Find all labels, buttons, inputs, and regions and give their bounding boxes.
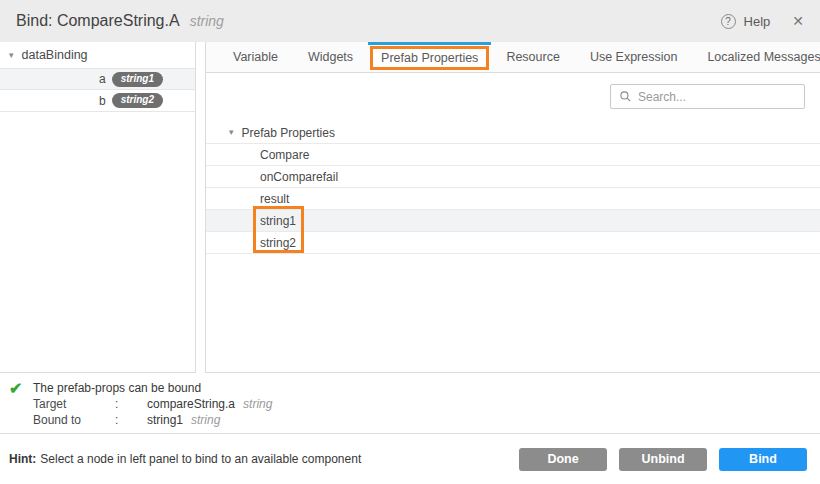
caret-down-icon[interactable]: ▾ (9, 51, 14, 60)
dialog-footer: Hint:Select a node in left panel to bind… (0, 433, 820, 484)
status-value: compareString.a (147, 397, 235, 413)
tab-widgets[interactable]: Widgets (293, 42, 368, 72)
tab-label: Localized Messages (707, 50, 820, 64)
tree-node-compare[interactable]: Compare (206, 144, 820, 166)
search-box[interactable] (610, 84, 805, 109)
search-icon (619, 90, 632, 103)
status-row-target: Target : compareString.a string (33, 397, 820, 413)
tree-node-string2[interactable]: string2 (206, 232, 820, 254)
tree-node-label: string1 (260, 214, 296, 228)
tree-node-label: onComparefail (260, 170, 338, 184)
status-value-type: string (243, 397, 272, 413)
hint-body: Select a node in left panel to bind to a… (40, 452, 361, 466)
status-colon: : (115, 413, 147, 429)
status-label: Bound to (33, 413, 115, 429)
done-button[interactable]: Done (519, 448, 607, 471)
tab-label: Widgets (308, 50, 353, 64)
status-label: Target (33, 397, 115, 413)
status-colon: : (115, 397, 147, 413)
tree-node-b[interactable]: b string2 (0, 90, 195, 112)
status-row-bound-to: Bound to : string1 string (33, 413, 820, 429)
tree-root-label: Prefab Properties (242, 126, 335, 140)
bind-dialog: Bind: CompareString.A string ? Help ✕ ▾ … (0, 0, 820, 484)
header-actions: ? Help ✕ (721, 13, 804, 29)
tree-node-databinding[interactable]: ▾ dataBinding (0, 42, 195, 68)
bind-button[interactable]: Bind (719, 448, 807, 471)
tree-node-result[interactable]: result (206, 188, 820, 210)
tree-root-label: dataBinding (22, 48, 88, 62)
hint-text: Hint:Select a node in left panel to bind… (9, 452, 361, 466)
tab-use-expression[interactable]: Use Expression (575, 42, 693, 72)
help-link[interactable]: Help (744, 14, 771, 29)
tab-localized-messages[interactable]: Localized Messages (692, 42, 820, 72)
tab-resource[interactable]: Resource (491, 42, 575, 72)
binding-status: ✔ The prefab-props can be bound Target :… (0, 374, 820, 433)
prefab-properties-tree: ▾ Prefab Properties Compare onComparefai… (206, 122, 820, 254)
dialog-header: Bind: CompareString.A string ? Help ✕ (0, 0, 820, 42)
dialog-title: Bind: CompareString.A (16, 12, 180, 30)
caret-down-icon[interactable]: ▾ (229, 128, 234, 137)
tree-node-label: string2 (260, 236, 296, 250)
tab-label: Variable (233, 50, 278, 64)
tab-bar: Variable Widgets Prefab Properties Resou… (206, 42, 820, 73)
status-message: The prefab-props can be bound (33, 381, 820, 396)
search-input[interactable] (638, 90, 796, 104)
hint-label: Hint: (9, 452, 36, 466)
help-icon[interactable]: ? (721, 14, 736, 29)
tree-node-a[interactable]: a string1 (0, 68, 195, 90)
tab-label: Use Expression (590, 50, 678, 64)
tree-node-label: Compare (260, 148, 309, 162)
tree-node-prefab-properties[interactable]: ▾ Prefab Properties (206, 122, 820, 144)
footer-buttons: Done Unbind Bind (519, 448, 807, 471)
close-icon[interactable]: ✕ (792, 13, 804, 29)
binding-badge: string2 (112, 93, 163, 108)
tab-prefab-properties[interactable]: Prefab Properties (368, 42, 491, 72)
check-icon: ✔ (9, 381, 22, 397)
binding-main-panel: Variable Widgets Prefab Properties Resou… (205, 42, 820, 373)
source-tree-panel: ▾ dataBinding a string1 b string2 (0, 42, 196, 373)
tree-node-label: result (260, 192, 289, 206)
tree-node-label: b (99, 94, 106, 108)
status-value: string1 (147, 413, 183, 429)
unbind-button[interactable]: Unbind (619, 448, 707, 471)
tree-node-label: a (99, 72, 106, 86)
tab-label: Resource (506, 50, 560, 64)
tree-node-string1[interactable]: string1 (206, 210, 820, 232)
tree-node-oncomparefail[interactable]: onComparefail (206, 166, 820, 188)
tab-highlight-box: Prefab Properties (370, 46, 489, 70)
tab-variable[interactable]: Variable (218, 42, 293, 72)
dialog-title-type: string (190, 13, 224, 29)
status-value-type: string (191, 413, 220, 429)
binding-badge: string1 (112, 72, 163, 87)
